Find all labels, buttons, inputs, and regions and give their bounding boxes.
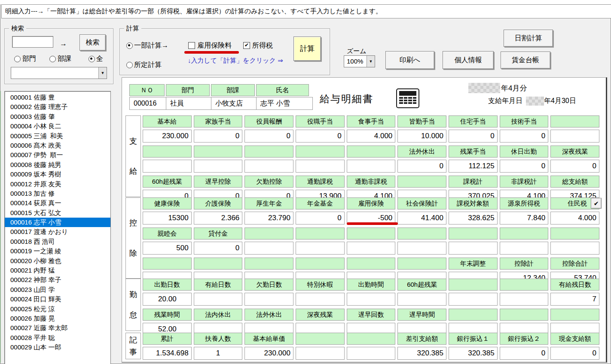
- grid-value-cell[interactable]: 0: [550, 160, 599, 173]
- grid-value-cell[interactable]: [244, 160, 293, 173]
- grid-value-cell[interactable]: 320.385: [449, 347, 498, 360]
- grid-value-cell[interactable]: [500, 242, 549, 255]
- list-item[interactable]: 000003 佐藤 肇: [5, 112, 110, 121]
- grid-value-cell[interactable]: 2.366: [194, 212, 243, 224]
- grid-value-cell[interactable]: 10.000: [397, 130, 446, 143]
- list-item[interactable]: 000028 平井 聡: [5, 333, 110, 343]
- list-item[interactable]: 000014 荻原 真一: [5, 198, 110, 208]
- grid-value-cell[interactable]: 0: [449, 130, 498, 143]
- grid-value-cell[interactable]: [296, 293, 345, 306]
- grid-value-cell[interactable]: 0: [500, 130, 549, 143]
- list-item[interactable]: 000009 坂本 秀樹: [5, 170, 110, 179]
- checkbox-employment-insurance[interactable]: [188, 42, 195, 49]
- radio-bumon[interactable]: [14, 56, 21, 62]
- zoom-dropdown[interactable]: 100% ▼: [344, 55, 375, 67]
- list-item[interactable]: 000026 加藤 晃: [5, 314, 110, 323]
- grid-value-cell[interactable]: 41.400: [397, 212, 446, 224]
- grid-value-cell[interactable]: [347, 242, 396, 255]
- grid-value-cell[interactable]: [397, 242, 446, 255]
- list-item[interactable]: 000024 田口 輝美: [5, 294, 110, 304]
- grid-value-cell[interactable]: [296, 160, 345, 173]
- list-item[interactable]: 000005 三浦 和美: [5, 131, 110, 141]
- list-item[interactable]: 000019 一之瀬 綾: [5, 246, 110, 256]
- grid-value-cell[interactable]: 1.534.698: [143, 347, 192, 360]
- list-item[interactable]: 000023 山田 学: [5, 285, 110, 294]
- grid-value-cell[interactable]: 7.840: [500, 212, 549, 224]
- list-item[interactable]: 000021 内野 猛: [5, 266, 110, 275]
- grid-value-cell[interactable]: 1: [194, 347, 243, 360]
- grid-value-cell[interactable]: [550, 242, 599, 255]
- daily-calc-button[interactable]: 日割計算: [504, 30, 553, 47]
- grid-value-cell[interactable]: 230.000: [244, 347, 293, 360]
- wage-ledger-button[interactable]: 賃金台帳: [501, 52, 550, 69]
- grid-value-cell[interactable]: 328.625: [449, 212, 498, 224]
- grid-value-cell[interactable]: 320.385: [397, 347, 446, 360]
- list-item[interactable]: 000015 大石 弘文: [5, 208, 110, 218]
- grid-value-cell[interactable]: 230.000: [143, 130, 192, 143]
- list-item[interactable]: 000012 井原 友美: [5, 179, 110, 189]
- radio-all[interactable]: [89, 56, 95, 62]
- list-item[interactable]: 000008 後藤 純男: [5, 160, 110, 170]
- grid-value-cell[interactable]: 0: [397, 160, 446, 173]
- grid-value-cell[interactable]: 0: [550, 347, 599, 360]
- grid-value-cell[interactable]: [500, 293, 549, 306]
- grid-value-cell[interactable]: 4.000: [347, 130, 396, 143]
- grid-value-cell[interactable]: [397, 293, 446, 306]
- grid-value-cell[interactable]: [449, 293, 498, 306]
- grid-value-cell[interactable]: [194, 160, 243, 173]
- grid-value-cell[interactable]: 0: [500, 160, 549, 173]
- list-item[interactable]: 000017 渡邊 かおり: [5, 227, 110, 237]
- residence-tax-check-button[interactable]: ✔: [591, 198, 602, 209]
- grid-value-cell[interactable]: [244, 242, 293, 255]
- list-item[interactable]: 000002 佐藤 理恵子: [5, 102, 110, 112]
- personal-info-button[interactable]: 個人情報: [443, 51, 494, 69]
- grid-value-cell[interactable]: 0: [500, 347, 549, 360]
- list-item[interactable]: 000022 神部 幸子: [5, 275, 110, 285]
- list-item[interactable]: 000004 小林 良二: [5, 121, 110, 131]
- grid-value-cell[interactable]: 112.125: [449, 160, 498, 173]
- list-item[interactable]: 000025 松元 涼: [5, 304, 110, 314]
- calculate-button[interactable]: 計算: [293, 36, 321, 61]
- list-item[interactable]: 000001 佐藤 豊: [5, 93, 110, 102]
- list-item[interactable]: 000029 山本 一郎: [5, 343, 110, 352]
- grid-value-cell[interactable]: [296, 242, 345, 255]
- grid-value-cell[interactable]: 15300: [143, 212, 192, 224]
- print-button[interactable]: 印刷へ: [385, 51, 434, 69]
- list-item[interactable]: 000007 伊勢 順一: [5, 150, 110, 160]
- grid-value-cell[interactable]: [347, 347, 396, 360]
- search-button[interactable]: 検索: [79, 34, 106, 51]
- grid-value-cell[interactable]: 0: [296, 212, 345, 224]
- grid-value-cell[interactable]: 0: [194, 130, 243, 143]
- grid-value-cell[interactable]: [550, 130, 599, 143]
- grid-value-cell[interactable]: 23.790: [244, 212, 293, 224]
- grid-value-cell[interactable]: 20.00: [143, 293, 192, 306]
- grid-value-cell[interactable]: 7: [550, 293, 599, 306]
- list-item[interactable]: 000016 志平 小雪: [5, 218, 110, 227]
- list-item[interactable]: 000020 小柳 雅也: [5, 256, 110, 266]
- grid-value-cell[interactable]: [449, 242, 498, 255]
- list-item[interactable]: 000027 近藤 幸太郎: [5, 323, 110, 333]
- search-input[interactable]: [12, 36, 53, 48]
- grid-value-cell[interactable]: 0: [244, 130, 293, 143]
- radio-standard-calc[interactable]: [126, 62, 133, 68]
- list-item[interactable]: 000018 西 浩司: [5, 237, 110, 246]
- grid-value-cell[interactable]: [143, 160, 192, 173]
- list-item[interactable]: 000006 髙木 政美: [5, 141, 110, 150]
- checkbox-income-tax[interactable]: [243, 42, 250, 49]
- grid-value-cell[interactable]: [296, 347, 345, 360]
- chevron-down-icon[interactable]: ▼: [98, 67, 107, 79]
- grid-value-cell[interactable]: 0: [296, 130, 345, 143]
- search-dropdown[interactable]: ▼: [11, 67, 107, 79]
- grid-value-cell[interactable]: 0: [194, 242, 243, 255]
- grid-value-cell[interactable]: [347, 160, 396, 173]
- radio-partial-calc[interactable]: [126, 42, 133, 49]
- grid-value-cell[interactable]: 4.000: [550, 212, 599, 224]
- chevron-down-icon[interactable]: ▼: [367, 56, 375, 67]
- grid-value-cell[interactable]: [347, 293, 396, 306]
- list-item[interactable]: 000013 加古 修: [5, 189, 110, 198]
- radio-buka[interactable]: [49, 56, 56, 62]
- grid-value-cell[interactable]: 500: [143, 242, 192, 255]
- employee-list[interactable]: 000001 佐藤 豊000002 佐藤 理恵子000003 佐藤 肇00000…: [4, 91, 111, 364]
- grid-value-cell[interactable]: [194, 293, 243, 306]
- grid-value-cell[interactable]: [244, 293, 293, 306]
